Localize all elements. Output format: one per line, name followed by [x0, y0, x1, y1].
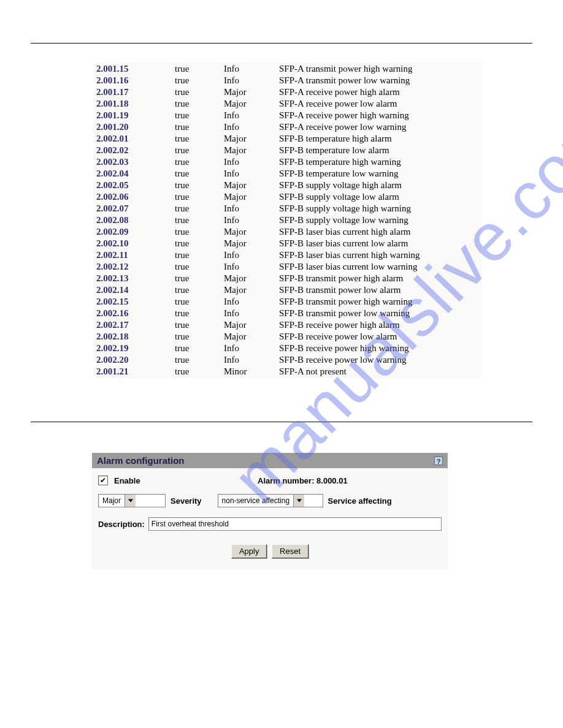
alarm-severity: Major — [224, 180, 279, 191]
alarm-enable: true — [175, 355, 224, 365]
alarm-name: SFP-B temperature low alarm — [279, 145, 481, 156]
alarm-name: SFP-B temperature high alarm — [279, 134, 481, 144]
enable-label: Enable — [114, 476, 140, 485]
alarm-severity: Info — [224, 157, 279, 167]
table-row: 2.001.18trueMajorSFP-A receive power low… — [95, 98, 481, 110]
alarm-name: SFP-A not present — [279, 366, 481, 377]
table-row: 2.002.01trueMajorSFP-B temperature high … — [95, 133, 481, 145]
alarm-enable: true — [175, 169, 224, 179]
alarm-severity: Major — [224, 320, 279, 330]
alarm-enable: true — [175, 75, 224, 86]
alarm-id-link[interactable]: 2.002.06 — [95, 192, 175, 202]
alarm-id-link[interactable]: 2.001.19 — [95, 110, 175, 121]
table-row: 2.002.11trueInfoSFP-B laser bias current… — [95, 249, 481, 261]
alarm-id-link[interactable]: 2.002.16 — [95, 308, 175, 319]
alarm-name: SFP-A receive power low alarm — [279, 99, 481, 109]
alarm-id-link[interactable]: 2.002.15 — [95, 297, 175, 307]
mid-divider — [31, 422, 532, 422]
alarm-severity: Info — [224, 110, 279, 121]
alarm-id-link[interactable]: 2.001.20 — [95, 122, 175, 132]
table-row: 2.002.10trueMajorSFP-B laser bias curren… — [95, 238, 481, 249]
alarm-name: SFP-B receive power high alarm — [279, 320, 481, 330]
alarm-severity: Major — [224, 99, 279, 109]
alarm-name: SFP-B transmit power high warning — [279, 297, 481, 307]
table-row: 2.002.17trueMajorSFP-B receive power hig… — [95, 319, 481, 331]
alarm-name: SFP-B temperature low warning — [279, 169, 481, 179]
table-row: 2.001.21trueMinorSFP-A not present — [95, 366, 481, 377]
alarm-severity: Info — [224, 297, 279, 307]
help-icon[interactable]: ? — [434, 457, 443, 465]
alarm-id-link[interactable]: 2.002.20 — [95, 355, 175, 365]
alarm-name: SFP-B supply voltage high alarm — [279, 180, 481, 191]
alarm-enable: true — [175, 285, 224, 295]
alarm-id-link[interactable]: 2.002.04 — [95, 169, 175, 179]
alarm-name: SFP-B receive power high warning — [279, 343, 481, 354]
alarm-id-link[interactable]: 2.002.09 — [95, 227, 175, 237]
alarm-enable: true — [175, 238, 224, 249]
alarm-id-link[interactable]: 2.002.14 — [95, 285, 175, 295]
alarm-name: SFP-A receive power high alarm — [279, 87, 481, 97]
alarm-severity: Minor — [224, 366, 279, 377]
alarm-name: SFP-A receive power low warning — [279, 122, 481, 132]
table-row: 2.002.15trueInfoSFP-B transmit power hig… — [95, 296, 481, 308]
alarm-id-link[interactable]: 2.001.16 — [95, 75, 175, 86]
alarm-id-link[interactable]: 2.001.18 — [95, 99, 175, 109]
alarm-id-link[interactable]: 2.002.19 — [95, 343, 175, 354]
chevron-down-icon — [293, 495, 304, 507]
alarm-id-link[interactable]: 2.001.17 — [95, 87, 175, 97]
table-row: 2.002.12trueInfoSFP-B laser bias current… — [95, 261, 481, 273]
reset-button[interactable]: Reset — [272, 544, 308, 558]
table-row: 2.001.16trueInfoSFP-A transmit power low… — [95, 75, 481, 86]
service-affecting-select[interactable]: non-service affecting — [218, 494, 323, 507]
table-row: 2.001.20trueInfoSFP-A receive power low … — [95, 121, 481, 133]
table-row: 2.002.03trueInfoSFP-B temperature high w… — [95, 156, 481, 168]
alarm-name: SFP-A receive power high warning — [279, 110, 481, 121]
alarm-id-link[interactable]: 2.002.08 — [95, 215, 175, 226]
table-row: 2.002.19trueInfoSFP-B receive power high… — [95, 343, 481, 354]
alarm-severity: Major — [224, 192, 279, 202]
alarm-id-link[interactable]: 2.002.17 — [95, 320, 175, 330]
panel-header: Alarm configuration ? — [92, 453, 448, 468]
top-divider — [31, 43, 532, 44]
table-row: 2.001.17trueMajorSFP-A receive power hig… — [95, 86, 481, 98]
alarm-id-link[interactable]: 2.002.18 — [95, 332, 175, 342]
alarm-enable: true — [175, 122, 224, 132]
alarm-id-link[interactable]: 2.002.05 — [95, 180, 175, 191]
severity-value: Major — [99, 496, 124, 505]
alarm-id-link[interactable]: 2.002.11 — [95, 250, 175, 260]
description-input[interactable]: First overheat threshold — [148, 517, 442, 531]
alarm-enable: true — [175, 203, 224, 214]
alarm-name: SFP-B temperature high warning — [279, 157, 481, 167]
table-row: 2.002.16trueInfoSFP-B transmit power low… — [95, 308, 481, 319]
alarm-id-link[interactable]: 2.001.15 — [95, 64, 175, 74]
table-row: 2.002.18trueMajorSFP-B receive power low… — [95, 331, 481, 343]
alarm-id-link[interactable]: 2.002.13 — [95, 273, 175, 284]
severity-select[interactable]: Major — [98, 494, 166, 507]
alarm-id-link[interactable]: 2.002.02 — [95, 145, 175, 156]
alarm-severity: Info — [224, 215, 279, 226]
alarm-name: SFP-B laser bias current low warning — [279, 262, 481, 272]
alarm-id-link[interactable]: 2.002.03 — [95, 157, 175, 167]
alarm-name: SFP-B laser bias current high alarm — [279, 227, 481, 237]
alarm-id-link[interactable]: 2.001.21 — [95, 366, 175, 377]
alarm-enable: true — [175, 332, 224, 342]
alarm-severity: Major — [224, 87, 279, 97]
alarm-severity: Major — [224, 285, 279, 295]
chevron-down-icon — [124, 495, 136, 507]
alarm-id-link[interactable]: 2.002.07 — [95, 203, 175, 214]
description-label: Description: — [98, 520, 145, 529]
alarm-id-link[interactable]: 2.002.12 — [95, 262, 175, 272]
alarm-severity: Info — [224, 343, 279, 354]
alarm-severity: Info — [224, 250, 279, 260]
alarm-config-panel: Alarm configuration ? ✔ Enable Alarm num… — [92, 453, 448, 569]
enable-checkbox[interactable]: ✔ — [98, 476, 108, 485]
alarm-number-label: Alarm number: 8.000.01 — [258, 476, 442, 485]
alarm-name: SFP-B receive power low warning — [279, 355, 481, 365]
alarm-enable: true — [175, 273, 224, 284]
alarm-id-link[interactable]: 2.002.01 — [95, 134, 175, 144]
apply-button[interactable]: Apply — [231, 544, 267, 558]
alarm-enable: true — [175, 262, 224, 272]
table-row: 2.001.19trueInfoSFP-A receive power high… — [95, 110, 481, 121]
alarm-id-link[interactable]: 2.002.10 — [95, 238, 175, 249]
alarm-enable: true — [175, 110, 224, 121]
